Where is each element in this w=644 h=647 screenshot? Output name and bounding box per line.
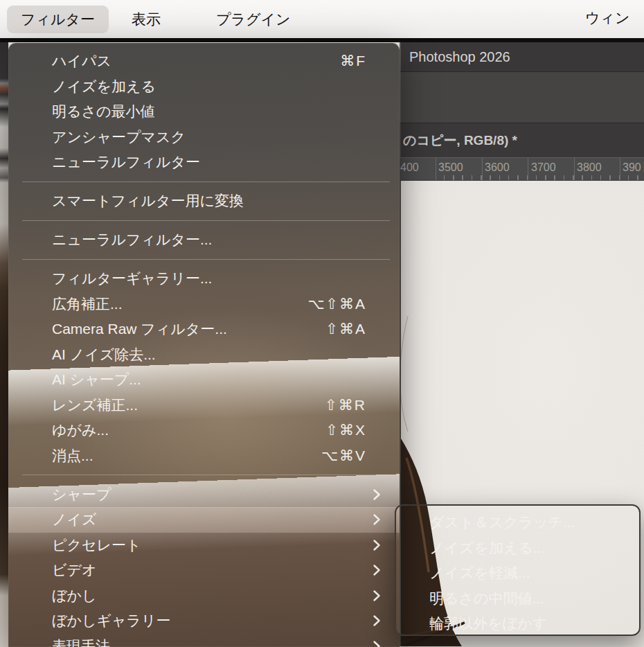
ruler-label: 390 bbox=[623, 161, 641, 174]
menu-item-convert-smart-filters[interactable]: スマートフィルター用に変換 bbox=[8, 188, 400, 214]
filter-menu: ハイパス ⌘F ノイズを加える 明るさの最小値 アンシャープマスク ニューラルフ… bbox=[8, 43, 400, 647]
menu-item-label: シャープ bbox=[52, 485, 111, 504]
submenu-item-label: ダスト＆スクラッチ... bbox=[429, 513, 575, 532]
menu-item-label: AI ノイズ除去... bbox=[52, 345, 156, 364]
menu-item-label: Camera Raw フィルター... bbox=[52, 319, 227, 339]
ruler-label: 3500 bbox=[438, 161, 463, 174]
menu-item-video-submenu[interactable]: ビデオ bbox=[8, 558, 400, 583]
submenu-item-label: 明るさの中間値... bbox=[429, 589, 544, 608]
menu-item-label: ハイパス bbox=[52, 51, 111, 71]
document-tab-title: のコピー, RGB/8) * bbox=[403, 132, 517, 150]
menu-item-label: ノイズを加える bbox=[52, 77, 156, 96]
submenu-item-label: 輪郭以外をぼかす bbox=[429, 614, 547, 633]
menu-divider bbox=[8, 253, 400, 267]
menu-item-label: AI シャープ... bbox=[52, 370, 141, 389]
menu-item-label: ゆがみ... bbox=[52, 420, 109, 440]
ruler-major-tick bbox=[482, 158, 483, 181]
window-title: Photoshop 2026 bbox=[409, 49, 510, 65]
menu-item-label: ぼかしギャラリー bbox=[52, 611, 170, 630]
menu-item-shortcut: ⇧⌘A bbox=[325, 321, 366, 337]
window-edge-sliver bbox=[0, 42, 8, 647]
menu-item-minimum[interactable]: 明るさの最小値 bbox=[8, 99, 400, 125]
menubar-item-label: 表示 bbox=[132, 11, 161, 27]
menu-item-camera-raw-filter[interactable]: Camera Raw フィルター... ⇧⌘A bbox=[8, 317, 400, 342]
chevron-right-icon bbox=[373, 488, 381, 501]
submenu-item-label: ノイズを加える... bbox=[429, 538, 545, 558]
menu-item-label: 消点... bbox=[52, 446, 93, 466]
menu-item-sharpen-submenu[interactable]: シャープ bbox=[8, 482, 400, 508]
submenu-item-dust-and-scratches[interactable]: ダスト＆スクラッチ... bbox=[396, 510, 639, 535]
menu-item-shortcut: ⌘F bbox=[340, 53, 366, 69]
ruler-major-tick bbox=[574, 158, 575, 181]
menu-item-liquify[interactable]: ゆがみ... ⇧⌘X bbox=[8, 418, 400, 443]
horizontal-ruler: 400 3500 3600 3700 3800 390 bbox=[400, 157, 644, 181]
menu-item-blur-submenu[interactable]: ぼかし bbox=[8, 583, 400, 609]
menu-item-filter-gallery[interactable]: フィルターギャラリー... bbox=[8, 266, 400, 292]
screen: Photoshop 2026 のコピー, RGB/8) * 400 3500 3… bbox=[0, 0, 644, 647]
menu-item-label: ビデオ bbox=[52, 560, 96, 580]
chevron-right-icon bbox=[373, 564, 381, 576]
menu-item-label: ピクセレート bbox=[52, 535, 141, 555]
menu-item-add-noise-recent[interactable]: ノイズを加える bbox=[8, 74, 400, 100]
menubar-item-window[interactable]: ウィン bbox=[585, 8, 629, 28]
menubar-item-plugins[interactable]: プラグイン bbox=[202, 6, 304, 33]
options-bar bbox=[400, 72, 644, 123]
ruler-label: 3800 bbox=[577, 161, 602, 174]
menu-item-neural-filters[interactable]: ニューラルフィルター... bbox=[8, 227, 400, 253]
menu-item-stylize-submenu[interactable]: 表現手法 bbox=[8, 634, 400, 647]
ruler-major-tick bbox=[528, 158, 528, 181]
menu-item-label: ぼかし bbox=[52, 586, 96, 605]
menu-item-neural-filters-recent[interactable]: ニューラルフィルター bbox=[8, 150, 400, 175]
menubar-item-label: ウィン bbox=[585, 10, 629, 26]
submenu-item-median[interactable]: 明るさの中間値... bbox=[396, 586, 639, 612]
menu-item-label: ノイズ bbox=[52, 510, 96, 529]
menu-item-label: 広角補正... bbox=[52, 294, 123, 314]
chevron-right-icon bbox=[373, 539, 381, 551]
menu-item-ai-denoise[interactable]: AI ノイズ除去... bbox=[8, 342, 400, 368]
menu-bar: フィルター 表示 プラグイン ウィン bbox=[0, 0, 644, 38]
menu-item-shortcut: ⌥⌘V bbox=[321, 447, 366, 464]
window-top-edge bbox=[0, 38, 644, 42]
ruler-major-tick bbox=[436, 158, 436, 181]
menu-item-noise-submenu[interactable]: ノイズ bbox=[8, 507, 400, 533]
menu-item-label: ニューラルフィルター... bbox=[52, 230, 212, 249]
menubar-item-label: フィルター bbox=[21, 11, 95, 27]
menu-divider bbox=[8, 175, 400, 189]
chevron-right-icon bbox=[373, 640, 381, 647]
ruler-label: 400 bbox=[400, 161, 419, 174]
document-tab[interactable]: のコピー, RGB/8) * bbox=[400, 123, 644, 157]
ruler-label: 3700 bbox=[531, 161, 556, 174]
chevron-right-icon bbox=[373, 590, 381, 602]
menu-item-unsharp-mask[interactable]: アンシャープマスク bbox=[8, 125, 400, 150]
menu-item-vanishing-point[interactable]: 消点... ⌥⌘V bbox=[8, 443, 400, 469]
menu-item-label: フィルターギャラリー... bbox=[52, 269, 212, 288]
menu-divider bbox=[8, 214, 400, 228]
menubar-item-filter[interactable]: フィルター bbox=[7, 6, 109, 33]
submenu-item-add-noise[interactable]: ノイズを加える... bbox=[396, 535, 639, 561]
chevron-right-icon bbox=[373, 614, 381, 627]
menu-item-shortcut: ⇧⌘X bbox=[325, 422, 366, 438]
ruler-major-tick bbox=[620, 158, 620, 181]
window-titlebar: Photoshop 2026 bbox=[400, 42, 644, 72]
menu-item-high-pass[interactable]: ハイパス ⌘F bbox=[8, 48, 400, 74]
submenu-item-label: ノイズを軽減... bbox=[429, 563, 530, 583]
menu-divider bbox=[8, 468, 400, 482]
submenu-item-reduce-noise[interactable]: ノイズを軽減... bbox=[396, 560, 639, 586]
menu-item-blur-gallery-submenu[interactable]: ぼかしギャラリー bbox=[8, 608, 400, 634]
menu-item-pixelate-submenu[interactable]: ピクセレート bbox=[8, 533, 400, 558]
menubar-item-view[interactable]: 表示 bbox=[118, 6, 175, 33]
menu-item-label: 明るさの最小値 bbox=[52, 102, 154, 121]
menu-item-lens-correction[interactable]: レンズ補正... ⇧⌘R bbox=[8, 393, 400, 418]
menu-item-adaptive-wide-angle[interactable]: 広角補正... ⌥⇧⌘A bbox=[8, 292, 400, 317]
chevron-right-icon bbox=[373, 513, 381, 526]
menubar-item-label: プラグイン bbox=[216, 11, 290, 27]
menu-item-label: スマートフィルター用に変換 bbox=[52, 191, 244, 211]
submenu-item-despeckle[interactable]: 輪郭以外をぼかす bbox=[396, 611, 639, 637]
menu-item-ai-sharpen[interactable]: AI シャープ... bbox=[8, 367, 400, 393]
menu-item-label: レンズ補正... bbox=[52, 396, 138, 415]
menu-item-label: アンシャープマスク bbox=[52, 127, 186, 147]
noise-submenu: ダスト＆スクラッチ... ノイズを加える... ノイズを軽減... 明るさの中間… bbox=[395, 504, 641, 636]
menu-item-shortcut: ⌥⇧⌘A bbox=[307, 296, 366, 312]
ruler-label: 3600 bbox=[485, 161, 510, 174]
menu-item-label: 表現手法 bbox=[52, 637, 110, 647]
